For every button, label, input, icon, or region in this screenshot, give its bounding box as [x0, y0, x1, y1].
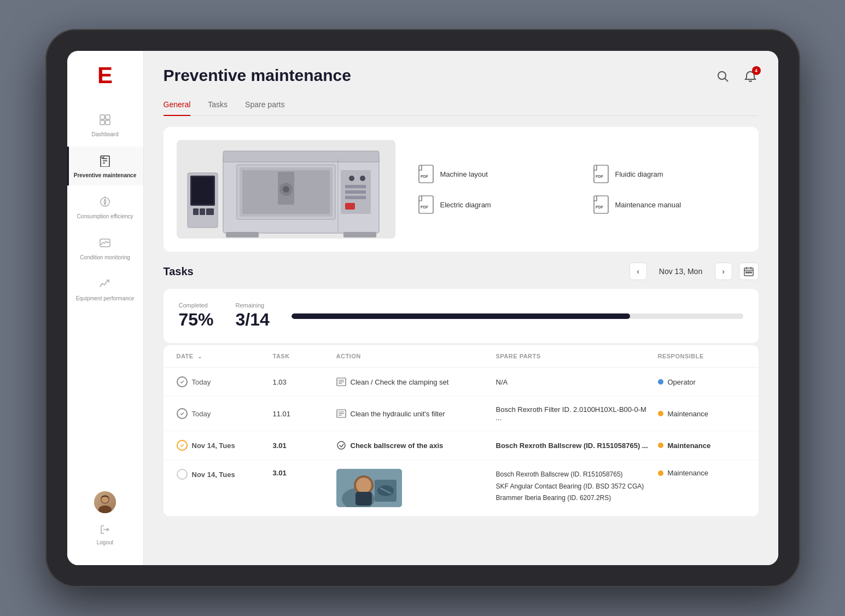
- svg-rect-23: [206, 208, 214, 215]
- tab-spare-parts[interactable]: Spare parts: [245, 96, 284, 115]
- tablet-screen: E Dashboard: [67, 51, 778, 565]
- sidebar-item-consumption-efficiency[interactable]: Consumption efficiency: [67, 188, 143, 226]
- svg-text:PDF: PDF: [421, 205, 429, 209]
- row1-task: 1.03: [273, 378, 328, 386]
- svg-point-30: [283, 186, 289, 193]
- completed-value: 75%: [179, 310, 214, 330]
- page-header: Preventive maintenance 4: [164, 66, 759, 85]
- pdf-icon-electric: PDF: [417, 195, 435, 214]
- prev-date-button[interactable]: ‹: [630, 263, 647, 280]
- preventive-maintenance-icon: [97, 153, 113, 168]
- sidebar-item-equipment-performance[interactable]: Equipment performance: [67, 270, 143, 309]
- svg-rect-40: [343, 232, 376, 237]
- check-circle-2: [177, 408, 188, 419]
- row2-responsible: Maintenance: [658, 410, 745, 418]
- doc-machine-layout[interactable]: PDF Machine layout: [417, 164, 570, 184]
- dashboard-icon: [97, 112, 113, 127]
- svg-text:PDF: PDF: [596, 205, 604, 209]
- logo-icon: E: [97, 64, 113, 87]
- doc-maintenance-manual[interactable]: PDF Maintenance manual: [592, 195, 745, 214]
- documents-grid: PDF Machine layout PDF: [417, 164, 745, 214]
- progress-bar: [292, 313, 743, 319]
- svg-point-69: [356, 478, 371, 493]
- completed-label: Completed: [179, 302, 214, 309]
- responsible-dot-2: [658, 411, 663, 416]
- logo: E: [91, 62, 119, 89]
- next-date-button[interactable]: ›: [715, 263, 732, 280]
- svg-rect-56: [750, 272, 751, 273]
- main-content: Preventive maintenance 4: [144, 51, 778, 565]
- svg-rect-38: [345, 203, 355, 210]
- row3-task: 3.01: [273, 441, 328, 450]
- svg-rect-46: [419, 196, 433, 213]
- check-circle-1: [177, 376, 188, 387]
- sidebar: E Dashboard: [67, 51, 144, 565]
- tasks-header: Tasks ‹ Nov 13, Mon ›: [164, 263, 759, 280]
- row4-date: Nov 14, Tues: [177, 469, 264, 481]
- responsible-dot-1: [658, 379, 663, 385]
- svg-rect-54: [746, 272, 747, 273]
- check-circle-3: [177, 440, 188, 451]
- svg-rect-35: [345, 185, 366, 188]
- col-date: DATE ⌄: [177, 353, 264, 359]
- row1-action: Clean / Check the clamping set: [336, 377, 487, 387]
- row4-task: 3.01: [273, 469, 328, 477]
- tab-general[interactable]: General: [164, 96, 191, 115]
- tablet-frame: E Dashboard: [45, 29, 800, 587]
- progress-bar-fill: [292, 313, 630, 319]
- sidebar-item-dashboard-label: Dashboard: [92, 131, 119, 138]
- svg-rect-44: [594, 165, 608, 183]
- col-action: ACTION: [336, 353, 487, 359]
- task-thumbnail: [336, 469, 402, 507]
- logout-button[interactable]: Logout: [97, 522, 114, 545]
- responsible-dot-3: [658, 443, 663, 448]
- sidebar-item-preventive-maintenance[interactable]: Preventive maintenance: [67, 147, 143, 185]
- logout-label: Logout: [97, 539, 114, 545]
- responsible-dot-4: [658, 470, 663, 476]
- sidebar-item-condition-monitoring[interactable]: Condition monitoring: [67, 229, 143, 268]
- svg-rect-0: [100, 115, 104, 119]
- col-responsible: RESPONSIBLE: [658, 353, 745, 359]
- completed-stat: Completed 75%: [179, 302, 214, 330]
- doc-fluidic-diagram[interactable]: PDF Fluidic diagram: [592, 164, 745, 184]
- notification-button[interactable]: 4: [742, 68, 759, 85]
- nav-items: Dashboard Preventive mainten: [67, 106, 143, 483]
- row2-action: Clean the hydraulic unit's filter: [336, 409, 487, 419]
- row3-date: Nov 14, Tues: [177, 440, 264, 451]
- tabs-bar: General Tasks Spare parts: [164, 96, 759, 116]
- svg-rect-48: [594, 196, 608, 213]
- row2-date: Today: [177, 408, 264, 419]
- svg-point-15: [718, 72, 726, 79]
- svg-rect-70: [356, 492, 372, 505]
- row2-spare-parts: Bosch Rexroth Filter ID. 2.0100H10XL-B00…: [496, 405, 649, 422]
- svg-rect-42: [419, 165, 433, 183]
- doc-electric-diagram[interactable]: PDF Electric diagram: [417, 195, 570, 214]
- svg-rect-21: [193, 208, 199, 215]
- remaining-label: Remaining: [236, 302, 270, 309]
- sidebar-item-dashboard[interactable]: Dashboard: [67, 106, 143, 144]
- svg-rect-2: [100, 120, 104, 125]
- svg-rect-3: [106, 120, 110, 125]
- calendar-button[interactable]: [739, 263, 759, 280]
- svg-line-16: [725, 78, 728, 82]
- row3-action: Check ballscrew of the axis: [336, 440, 487, 450]
- svg-rect-37: [345, 196, 366, 199]
- row3-responsible: Maintenance: [658, 441, 745, 450]
- active-bar: [67, 147, 69, 185]
- avatar[interactable]: [94, 491, 116, 513]
- col-task: TASK: [273, 353, 328, 359]
- svg-point-34: [360, 176, 365, 181]
- svg-rect-55: [748, 272, 749, 273]
- search-button[interactable]: [715, 68, 731, 85]
- table-row: Today 11.01 Clean the hydraulic unit's f…: [164, 397, 759, 431]
- tab-tasks[interactable]: Tasks: [208, 96, 228, 115]
- machine-section: PDF Machine layout PDF: [164, 127, 759, 252]
- row1-date: Today: [177, 376, 264, 387]
- pdf-icon-fluidic: PDF: [592, 164, 610, 184]
- doc-maintenance-label: Maintenance manual: [615, 201, 681, 209]
- condition-monitoring-icon: [97, 235, 113, 251]
- svg-rect-20: [192, 177, 213, 204]
- tasks-table: DATE ⌄ TASK ACTION SPARE PARTS RESPONSIB…: [164, 345, 759, 516]
- row4-action-thumbnail: [336, 469, 487, 507]
- logout-icon: [97, 522, 113, 537]
